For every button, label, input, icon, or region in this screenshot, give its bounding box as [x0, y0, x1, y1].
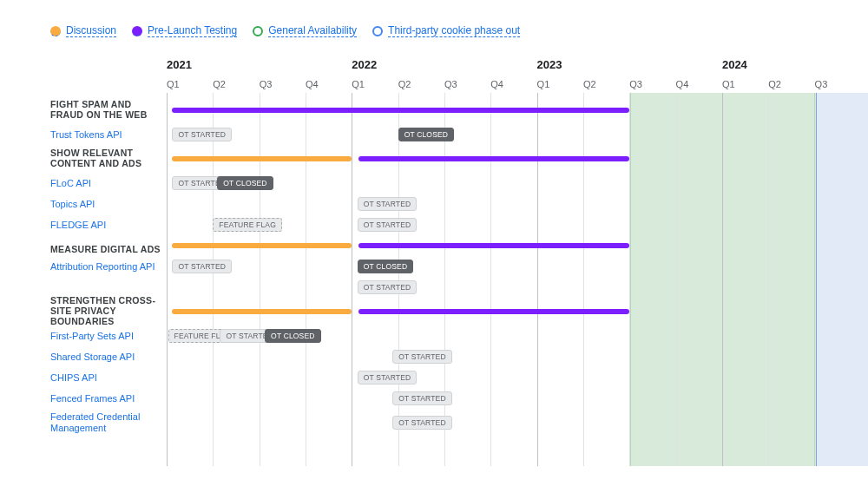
year-label: 2023	[537, 58, 562, 71]
row-topics: OT STARTED	[167, 194, 868, 214]
row-section-relevant	[167, 145, 868, 173]
badge-ot-closed: OT CLOSED	[217, 176, 273, 190]
legend-label: Discussion	[66, 24, 116, 37]
row-attribution: OT STARTED OT CLOSED	[167, 256, 868, 277]
circle-icon	[253, 26, 263, 36]
legend: Discussion Pre-Launch Testing General Av…	[0, 0, 868, 37]
link-topics[interactable]: Topics API	[50, 194, 167, 214]
row-trust-tokens: OT STARTED OT CLOSED	[167, 124, 868, 145]
row-floc: OT STARTED OT CLOSED	[167, 173, 868, 194]
quarter-label: Q1	[352, 79, 365, 89]
badge-ot-started: OT STARTED	[392, 416, 452, 430]
link-shared-storage[interactable]: Shared Storage API	[50, 346, 167, 367]
quarter-label: Q2	[398, 79, 411, 89]
year-label: 2022	[352, 58, 377, 71]
section-header-relevant: SHOW RELEVANT CONTENT AND ADS	[50, 145, 167, 173]
link-floc[interactable]: FLoC API	[50, 173, 167, 194]
quarter-label: Q3	[629, 79, 642, 89]
dot-icon	[50, 26, 61, 36]
bar-discussion	[172, 243, 352, 248]
badge-ot-closed: OT CLOSED	[358, 260, 414, 273]
quarter-label: Q2	[213, 79, 226, 89]
bar-prelaunch	[358, 309, 629, 314]
badge-ot-started: OT STARTED	[358, 371, 418, 385]
link-fps[interactable]: First-Party Sets API	[50, 325, 167, 346]
quarter-label: Q1	[722, 79, 735, 89]
badge-ot-started: OT STARTED	[358, 218, 418, 232]
legend-label: General Availability	[268, 24, 357, 37]
circle-icon	[372, 26, 383, 36]
quarter-label: Q2	[583, 79, 596, 89]
row-section-spam	[167, 96, 868, 124]
timeline-chart: FIGHT SPAM AND FRAUD ON THE WEB Trust To…	[0, 58, 868, 466]
legend-prelaunch[interactable]: Pre-Launch Testing	[132, 24, 237, 37]
dot-icon	[132, 26, 142, 36]
quarter-label: Q4	[676, 79, 689, 89]
legend-ga[interactable]: General Availability	[253, 24, 357, 37]
badge-feature-flag: FEATURE FLAG	[213, 218, 282, 232]
section-header-spam: FIGHT SPAM AND FRAUD ON THE WEB	[50, 96, 167, 124]
badge-ot-started: OT STARTED	[358, 197, 418, 211]
quarter-label: Q2	[768, 79, 781, 89]
row-section-strengthen	[167, 298, 868, 325]
timeline-body: 2021 2022 2023 2024 Q1 Q2 Q3 Q4 Q1 Q2 Q3…	[167, 58, 868, 466]
link-fedcm[interactable]: Federated Credential Management	[50, 409, 167, 437]
row-fenced-frames: OT STARTED	[167, 388, 868, 409]
quarter-label: Q4	[490, 79, 503, 89]
badge-ot-started: OT STARTED	[172, 128, 232, 141]
badge-ot-closed: OT CLOSED	[265, 329, 321, 343]
badge-ot-started: OT STARTED	[392, 350, 452, 364]
legend-label: Third-party cookie phase out	[388, 24, 520, 37]
bar-prelaunch	[358, 156, 629, 161]
quarter-label: Q4	[306, 79, 319, 89]
link-attribution[interactable]: Attribution Reporting API	[50, 256, 167, 277]
badge-ot-started: OT STARTED	[392, 391, 452, 405]
row-attribution-2: OT STARTED	[167, 277, 868, 298]
bar-prelaunch	[172, 108, 629, 113]
legend-phaseout[interactable]: Third-party cookie phase out	[372, 24, 520, 37]
section-header-strengthen: STRENGTHEN CROSS-SITE PRIVACY BOUNDARIES	[50, 298, 167, 325]
bar-prelaunch	[358, 243, 629, 248]
quarter-label: Q1	[167, 79, 180, 89]
row-fps: FEATURE FLAG OT STARTED OT CLOSED	[167, 325, 868, 346]
quarter-label: Q3	[815, 79, 828, 89]
row-section-measure	[167, 235, 868, 256]
section-header-measure: MEASURE DIGITAL ADS	[50, 235, 167, 256]
row-shared-storage: OT STARTED	[167, 346, 868, 367]
bar-discussion	[172, 309, 352, 314]
row-fedcm: OT STARTED	[167, 409, 868, 437]
bar-discussion	[172, 156, 352, 161]
link-fenced-frames[interactable]: Fenced Frames API	[50, 388, 167, 409]
badge-ot-started: OT STARTED	[358, 280, 418, 294]
quarter-label: Q3	[444, 79, 457, 89]
legend-discussion[interactable]: Discussion	[50, 24, 116, 37]
timeline-rows: OT STARTED OT CLOSED OT STARTED OT CLOSE…	[167, 96, 868, 437]
row-fledge: FEATURE FLAG OT STARTED	[167, 214, 868, 235]
link-trust-tokens[interactable]: Trust Tokens API	[50, 124, 167, 145]
legend-label: Pre-Launch Testing	[148, 24, 237, 37]
timeline-header: 2021 2022 2023 2024 Q1 Q2 Q3 Q4 Q1 Q2 Q3…	[167, 58, 868, 96]
year-label: 2021	[167, 58, 192, 71]
row-chips: OT STARTED	[167, 367, 868, 388]
row-labels: FIGHT SPAM AND FRAUD ON THE WEB Trust To…	[0, 58, 167, 466]
link-chips[interactable]: CHIPS API	[50, 367, 167, 388]
year-label: 2024	[722, 58, 747, 71]
link-fledge[interactable]: FLEDGE API	[50, 214, 167, 235]
quarter-label: Q1	[537, 79, 550, 89]
badge-ot-started: OT STARTED	[172, 260, 232, 273]
quarter-label: Q3	[260, 79, 273, 89]
badge-ot-closed: OT CLOSED	[398, 128, 455, 141]
